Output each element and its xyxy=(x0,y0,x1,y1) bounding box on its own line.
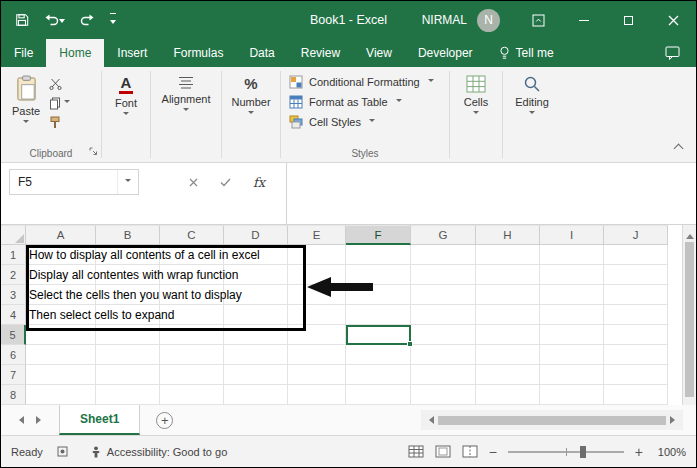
row-header-4[interactable]: 4 xyxy=(1,305,26,325)
cell-G7[interactable] xyxy=(411,365,476,385)
number-button[interactable]: % Number xyxy=(224,70,277,119)
cell-B5[interactable] xyxy=(96,325,160,345)
comments-icon[interactable] xyxy=(665,46,680,60)
ribbon-display-options-button[interactable] xyxy=(516,1,561,39)
cell-G5[interactable] xyxy=(411,325,476,345)
scroll-up-icon[interactable] xyxy=(686,230,694,239)
scroll-right-icon[interactable] xyxy=(670,416,679,424)
row-header-7[interactable]: 7 xyxy=(1,365,26,385)
column-header-A[interactable]: A xyxy=(26,225,96,245)
page-layout-view-button[interactable] xyxy=(435,445,451,458)
cell-E7[interactable] xyxy=(288,365,346,385)
cell-I3[interactable] xyxy=(540,285,604,305)
clipboard-dialog-launcher[interactable] xyxy=(89,147,98,158)
cell-J2[interactable] xyxy=(604,265,668,285)
cell-G1[interactable] xyxy=(411,245,476,265)
zoom-slider[interactable] xyxy=(508,445,624,459)
paste-button[interactable]: Paste xyxy=(5,70,47,128)
column-header-B[interactable]: B xyxy=(96,225,160,245)
tab-insert[interactable]: Insert xyxy=(104,39,160,67)
cell-H8[interactable] xyxy=(476,385,540,405)
name-box-dropdown[interactable] xyxy=(117,170,138,194)
customize-quick-access-button[interactable] xyxy=(110,13,116,27)
cell-I7[interactable] xyxy=(540,365,604,385)
avatar[interactable]: N xyxy=(477,9,500,32)
cell-J3[interactable] xyxy=(604,285,668,305)
accessibility-status[interactable]: Accessibility: Good to go xyxy=(90,446,227,458)
cell-J1[interactable] xyxy=(604,245,668,265)
cell-C6[interactable] xyxy=(160,345,224,365)
format-as-table-button[interactable]: Format as Table xyxy=(289,92,443,111)
formula-input[interactable] xyxy=(286,163,696,224)
cell-D8[interactable] xyxy=(224,385,288,405)
cell-D4[interactable] xyxy=(224,305,288,325)
column-header-I[interactable]: I xyxy=(540,225,604,245)
horizontal-scrollbar-thumb[interactable] xyxy=(438,416,666,425)
cell-I6[interactable] xyxy=(540,345,604,365)
cell-H7[interactable] xyxy=(476,365,540,385)
row-header-6[interactable]: 6 xyxy=(1,345,26,365)
column-header-H[interactable]: H xyxy=(476,225,540,245)
redo-button[interactable] xyxy=(80,14,95,26)
cell-E6[interactable] xyxy=(288,345,346,365)
cell-G8[interactable] xyxy=(411,385,476,405)
tab-home[interactable]: Home xyxy=(46,39,104,67)
paste-dropdown-icon[interactable] xyxy=(23,120,29,126)
tab-formulas[interactable]: Formulas xyxy=(160,39,236,67)
undo-button[interactable] xyxy=(44,14,65,26)
cell-G6[interactable] xyxy=(411,345,476,365)
column-header-J[interactable]: J xyxy=(604,225,668,245)
new-sheet-button[interactable]: + xyxy=(156,412,173,429)
cut-button[interactable] xyxy=(49,77,70,91)
cell-F1[interactable] xyxy=(346,245,411,265)
sheet-tab-sheet1[interactable]: Sheet1 xyxy=(59,405,140,435)
cell-I5[interactable] xyxy=(540,325,604,345)
enter-formula-button[interactable] xyxy=(220,173,231,191)
cell-G3[interactable] xyxy=(411,285,476,305)
cell-H6[interactable] xyxy=(476,345,540,365)
previous-sheet-icon[interactable] xyxy=(15,416,24,424)
tab-data[interactable]: Data xyxy=(236,39,287,67)
cell-A8[interactable] xyxy=(26,385,96,405)
undo-dropdown-icon[interactable] xyxy=(59,19,65,26)
cell-F8[interactable] xyxy=(346,385,411,405)
conditional-formatting-button[interactable]: Conditional Formatting xyxy=(289,72,443,91)
cell-C5[interactable] xyxy=(160,325,224,345)
row-header-5[interactable]: 5 xyxy=(1,325,26,345)
cell-H5[interactable] xyxy=(476,325,540,345)
close-button[interactable] xyxy=(651,1,696,39)
cell-E8[interactable] xyxy=(288,385,346,405)
cell-F7[interactable] xyxy=(346,365,411,385)
cell-E1[interactable] xyxy=(288,245,346,265)
vertical-scrollbar-thumb[interactable] xyxy=(685,242,694,397)
format-painter-button[interactable] xyxy=(49,115,70,129)
cell-D7[interactable] xyxy=(224,365,288,385)
cell-G4[interactable] xyxy=(411,305,476,325)
cell-E2[interactable] xyxy=(288,265,346,285)
insert-function-button[interactable]: fx xyxy=(253,175,265,190)
cell-I8[interactable] xyxy=(540,385,604,405)
column-header-E[interactable]: E xyxy=(288,225,346,245)
cell-E4[interactable] xyxy=(288,305,346,325)
column-header-G[interactable]: G xyxy=(411,225,476,245)
row-header-2[interactable]: 2 xyxy=(1,265,26,285)
account-name[interactable]: NIRMAL xyxy=(422,13,467,27)
cell-C8[interactable] xyxy=(160,385,224,405)
cell-F4[interactable] xyxy=(346,305,411,325)
fill-handle[interactable] xyxy=(407,341,413,347)
cell-B6[interactable] xyxy=(96,345,160,365)
cell-D5[interactable] xyxy=(224,325,288,345)
select-all-button[interactable] xyxy=(1,225,26,245)
next-sheet-icon[interactable] xyxy=(36,416,45,424)
cell-styles-button[interactable]: Cell Styles xyxy=(289,112,443,131)
cell-J6[interactable] xyxy=(604,345,668,365)
alignment-button[interactable]: Alignment xyxy=(155,70,218,116)
normal-view-button[interactable] xyxy=(408,445,424,458)
tab-developer[interactable]: Developer xyxy=(405,39,486,67)
cell-J7[interactable] xyxy=(604,365,668,385)
column-header-F[interactable]: F xyxy=(346,225,411,245)
cell-F2[interactable] xyxy=(346,265,411,285)
tab-view[interactable]: View xyxy=(353,39,405,67)
cell-I2[interactable] xyxy=(540,265,604,285)
cell-A5[interactable] xyxy=(26,325,96,345)
